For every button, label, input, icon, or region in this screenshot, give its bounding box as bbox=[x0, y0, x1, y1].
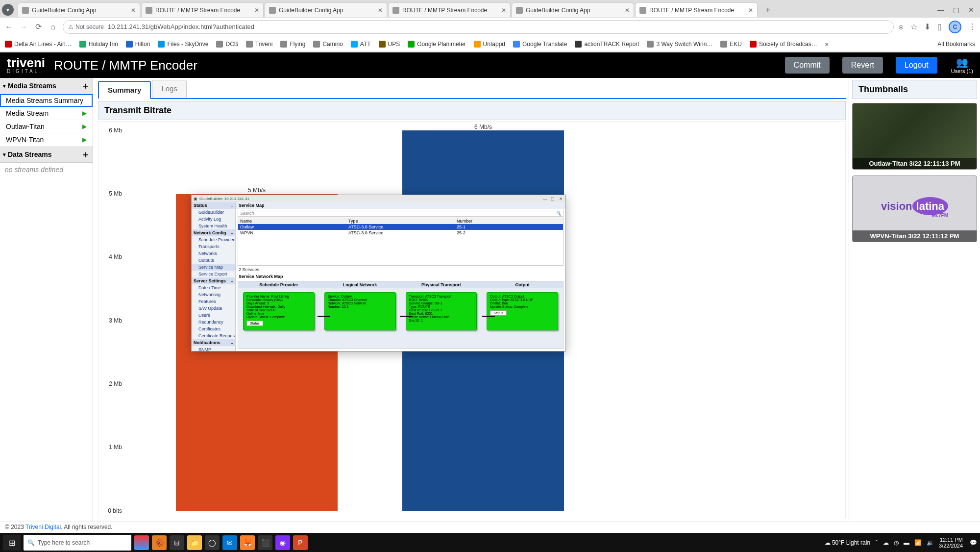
bookmark-item[interactable]: Society of Broadcas… bbox=[750, 41, 817, 48]
sidebar-section-data[interactable]: ▾ Data Streams ＋ bbox=[0, 147, 93, 163]
status-button[interactable]: Status bbox=[490, 310, 507, 316]
overlay-item[interactable]: Activity Log bbox=[192, 216, 235, 223]
overlay-maximize-icon[interactable]: ▢ bbox=[550, 197, 556, 201]
start-button[interactable]: ⊞ bbox=[3, 535, 21, 551]
bookmark-item[interactable]: Holiday Inn bbox=[79, 41, 118, 48]
browser-tab-4[interactable]: ROUTE / MMTP Stream Encode✕ bbox=[388, 2, 511, 17]
browser-tab-5[interactable]: GuideBuilder Config App✕ bbox=[512, 2, 634, 17]
minimize-icon[interactable]: — bbox=[937, 6, 944, 14]
sidebar-item-outlaw[interactable]: Outlaw-Titan▶ bbox=[0, 120, 93, 133]
bookmark-item[interactable]: Google Planimeter bbox=[408, 41, 466, 48]
sidebar-item-summary[interactable]: Media Streams Summary bbox=[0, 94, 93, 107]
firefox-icon[interactable]: 🦊 bbox=[240, 535, 255, 550]
overlay-titlebar[interactable]: ▣ GuideBuilder: 10.211.241.31 — ▢ ✕ bbox=[192, 195, 565, 202]
new-tab-button[interactable]: ＋ bbox=[761, 3, 774, 16]
reload-icon[interactable]: ⟳ bbox=[33, 22, 43, 32]
overlay-item[interactable]: Networking bbox=[192, 291, 235, 298]
overlay-item[interactable]: Schedule Providers bbox=[192, 236, 235, 243]
tab-summary[interactable]: Summary bbox=[98, 81, 151, 99]
overlay-section-server[interactable]: Server Settings– bbox=[192, 277, 235, 284]
volume-icon[interactable]: 🔉 bbox=[927, 539, 934, 546]
browser-tab-2[interactable]: ROUTE / MMTP Stream Encode✕ bbox=[141, 2, 264, 17]
overlay-item[interactable]: Networks bbox=[192, 250, 235, 257]
table-row[interactable]: WPVN ATSC-3.0 Service 25-2 bbox=[238, 230, 563, 236]
tray-chevron-icon[interactable]: ˄ bbox=[875, 539, 878, 546]
powerpoint-icon[interactable]: P bbox=[293, 535, 308, 550]
close-icon[interactable]: ✕ bbox=[131, 7, 136, 14]
bookmark-item[interactable]: Untappd bbox=[474, 41, 505, 48]
map-card-physical-transport[interactable]: Transport: ATSC3 Transport BSID: 0x900 S… bbox=[406, 292, 477, 330]
bookmark-item[interactable]: DCB bbox=[216, 41, 238, 48]
taskbar-app-icon[interactable]: 🏀 bbox=[152, 535, 167, 550]
overlay-item[interactable]: Date / Time bbox=[192, 284, 235, 291]
taskbar-app-icon[interactable] bbox=[134, 535, 149, 550]
tabs-dropdown-button[interactable]: ▾ bbox=[2, 4, 14, 16]
add-data-stream-button[interactable]: ＋ bbox=[81, 149, 90, 160]
sidebar-section-media[interactable]: ▾ Media Streams ＋ bbox=[0, 78, 93, 94]
bookmark-item[interactable]: actionTRACK Report bbox=[575, 41, 639, 48]
tab-logs[interactable]: Logs bbox=[152, 80, 187, 98]
download-icon[interactable]: ⬇ bbox=[924, 22, 931, 31]
sidebar-item-wpvn[interactable]: WPVN-Titan▶ bbox=[0, 133, 93, 147]
close-icon[interactable]: ✕ bbox=[625, 7, 630, 14]
battery-icon[interactable]: ▬ bbox=[904, 539, 909, 546]
weather-widget[interactable]: ☁ 50°F Light rain bbox=[825, 539, 871, 546]
bookmark-item[interactable]: Camino bbox=[313, 41, 343, 48]
thumbnail-outlaw[interactable]: Outlaw-Titan 3/22 12:11:13 PM bbox=[852, 103, 977, 170]
overlay-item[interactable]: GuideBuilder bbox=[192, 209, 235, 216]
extension-icon[interactable]: ⍟ bbox=[899, 23, 904, 31]
onedrive-icon[interactable]: ☁ bbox=[883, 539, 889, 546]
security-badge[interactable]: ⚠ Not secure bbox=[68, 24, 104, 30]
chrome-icon[interactable]: ◯ bbox=[205, 535, 220, 550]
forward-icon[interactable]: → bbox=[19, 22, 28, 32]
thumbnail-wpvn[interactable]: visionlatina 96.7FM WPVN-Titan 3/22 12:1… bbox=[852, 176, 977, 242]
bookmark-item[interactable]: Delta Air Lines - Airl… bbox=[5, 41, 72, 48]
bookmark-item[interactable]: 3 Way Switch Wirin… bbox=[647, 41, 712, 48]
overlay-item[interactable]: Transports bbox=[192, 243, 235, 250]
maximize-icon[interactable]: ▢ bbox=[953, 6, 959, 14]
notifications-icon[interactable]: 💬 bbox=[970, 539, 977, 546]
table-row[interactable]: Outlaw ATSC-3.0 Service 25-1 bbox=[238, 224, 563, 230]
browser-tab-1[interactable]: GuideBuilder Config App✕ bbox=[18, 2, 140, 17]
overlay-item[interactable]: System Health bbox=[192, 223, 235, 229]
bookmark-item[interactable]: Google Translate bbox=[513, 41, 567, 48]
bookmark-item[interactable]: ATT bbox=[351, 41, 371, 48]
bookmark-item[interactable]: UPS bbox=[379, 41, 400, 48]
outlook-icon[interactable]: ✉ bbox=[222, 535, 237, 550]
bookmark-item[interactable]: Files - SkyDrive bbox=[158, 41, 208, 48]
overlay-search-input[interactable]: Search🔍 bbox=[238, 210, 564, 217]
sidebar-item-media-stream[interactable]: Media Stream▶ bbox=[0, 107, 93, 120]
close-icon[interactable]: ✕ bbox=[254, 7, 259, 14]
overlay-item[interactable]: Redundancy bbox=[192, 319, 235, 326]
profile-avatar[interactable]: C bbox=[949, 21, 961, 33]
wifi-icon[interactable]: 📶 bbox=[914, 539, 922, 546]
map-card-schedule-provider[interactable]: Provider Name: Rovi Listing Schedule: Hi… bbox=[243, 292, 315, 330]
close-window-icon[interactable]: ✕ bbox=[968, 6, 974, 14]
all-bookmarks-button[interactable]: All Bookmarks bbox=[935, 41, 975, 48]
users-badge[interactable]: 👥 Users (1) bbox=[951, 56, 973, 74]
back-icon[interactable]: ← bbox=[4, 22, 14, 32]
overlay-section-notif[interactable]: Notifications– bbox=[192, 339, 235, 346]
taskbar-app-icon[interactable]: ◉ bbox=[275, 535, 290, 550]
taskbar-app-icon[interactable]: ⬛ bbox=[258, 535, 272, 550]
star-icon[interactable]: ☆ bbox=[910, 22, 917, 31]
overlay-item[interactable]: Outputs bbox=[192, 257, 235, 264]
file-explorer-icon[interactable]: 📁 bbox=[187, 535, 202, 550]
overlay-item-selected[interactable]: Service Map bbox=[192, 264, 235, 271]
commit-button[interactable]: Commit bbox=[785, 57, 830, 74]
overlay-section-status[interactable]: Status– bbox=[192, 202, 235, 209]
footer-link[interactable]: Triveni Digital bbox=[25, 524, 61, 530]
task-view-icon[interactable]: ⊟ bbox=[170, 535, 184, 550]
home-icon[interactable]: ⌂ bbox=[48, 22, 58, 32]
overlay-item[interactable]: Users bbox=[192, 312, 235, 319]
tray-icon[interactable]: ◷ bbox=[894, 539, 899, 546]
taskbar-search[interactable]: 🔍 Type here to search bbox=[24, 535, 131, 551]
overlay-item[interactable]: SNMP bbox=[192, 346, 235, 351]
map-card-logical-network[interactable]: Service: Outlaw Channel: ATSC3 Channel N… bbox=[324, 292, 396, 330]
guidebuilder-window[interactable]: ▣ GuideBuilder: 10.211.241.31 — ▢ ✕ Stat… bbox=[191, 195, 566, 351]
browser-tab-3[interactable]: GuideBuilder Config App✕ bbox=[265, 2, 387, 17]
taskbar-clock[interactable]: 12:11 PM 3/22/2024 bbox=[939, 537, 965, 549]
panel-icon[interactable]: ▯ bbox=[937, 22, 942, 31]
bookmark-item[interactable]: Hilton bbox=[126, 41, 150, 48]
overlay-item[interactable]: Certificate Request bbox=[192, 332, 235, 339]
